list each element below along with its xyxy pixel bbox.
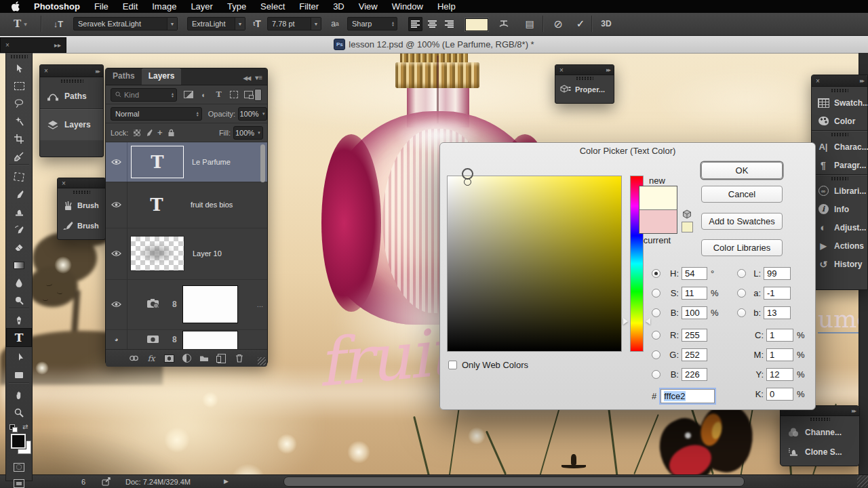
horizontal-scrollbar-thumb[interactable] [283,476,745,487]
brush-tool[interactable] [6,186,32,203]
dock-item-brush[interactable]: Brush [58,195,105,216]
adjustment-layer-button[interactable] [178,354,195,363]
dock-item-paths[interactable]: Paths [40,84,103,108]
hand-tool[interactable] [6,386,32,404]
lock-all-icon[interactable] [165,127,177,138]
shape-tool[interactable] [6,366,32,384]
eraser-tool[interactable] [6,239,32,256]
panel-grip[interactable] [810,418,830,421]
warp-text-button[interactable] [495,16,513,31]
font-size-select[interactable]: 7.78 pt ▼ [267,17,321,30]
commit-edits-button[interactable]: ✓ [572,16,589,31]
blur-tool[interactable] [6,274,32,291]
layer-name[interactable]: Layer 10 [193,249,222,258]
align-left-button[interactable] [408,17,422,31]
gamut-swatch[interactable] [682,222,693,232]
layer-row-le-parfume[interactable]: T Le Parfume [106,142,267,182]
y-input[interactable]: 12 [766,368,793,381]
filter-toggle-switch[interactable] [254,89,262,101]
swap-colors-icon[interactable]: ⇄ [22,423,28,430]
zoom-level-fragment[interactable]: 6 [81,478,85,486]
filter-shape-layers-icon[interactable] [228,89,239,100]
dock-item-brush-2[interactable]: Brush [58,216,105,236]
text-orientation-button[interactable]: ↓T [49,16,68,31]
g-radio[interactable] [652,350,660,359]
filter-type-layers-icon[interactable]: T [213,89,224,100]
menu-item-view[interactable]: View [359,0,378,13]
collapse-panel-icon[interactable]: ▸▸ [606,66,610,73]
pixel-layer-thumbnail[interactable] [130,236,184,271]
ok-button[interactable]: OK [701,162,783,179]
saturation-brightness-field[interactable] [447,176,622,352]
status-proceed-icon[interactable]: ▶ [224,478,229,485]
filter-kind-select[interactable]: Kind ▲▼ [111,88,177,102]
healing-brush-tool[interactable] [6,168,32,186]
path-selection-tool[interactable] [6,348,32,366]
s-radio[interactable] [652,289,660,298]
dock-item-info[interactable]: i Info [812,200,867,218]
c-input[interactable]: 1 [766,329,793,342]
panel-grip[interactable] [73,190,90,194]
lasso-tool[interactable] [6,95,32,113]
visibility-toggle[interactable] [106,182,127,228]
lock-position-icon[interactable]: + [154,127,165,138]
dock-item-libraries[interactable]: ∞ Librari... [812,182,867,200]
menu-item-edit[interactable]: Edit [123,0,138,13]
pen-tool[interactable] [6,312,32,329]
dock-item-properties[interactable]: Proper... [555,81,614,98]
layer-mask-thumbnail[interactable] [182,285,238,323]
b-input[interactable]: 100 [682,306,707,319]
mask-link-icon[interactable]: 8 [172,300,177,309]
filter-adjustment-layers-icon[interactable]: ◐ [198,89,210,100]
panel-menu-icon[interactable]: ▾≡ [250,74,267,85]
layer-style-button[interactable]: fx [142,354,160,363]
move-tool[interactable] [6,60,32,77]
link-layers-button[interactable] [125,355,142,361]
text-layer-thumbnail[interactable]: T [131,146,184,178]
foreground-color-swatch[interactable] [11,434,26,449]
collapse-icons[interactable]: ◀◀ [243,75,250,85]
default-colors-icon[interactable] [9,424,16,431]
collapse-panel-icon[interactable]: ▸▸ [54,41,61,49]
close-icon[interactable]: × [816,77,820,85]
font-style-select[interactable]: ExtraLight ▼ [187,17,245,30]
menu-item-layer[interactable]: Layer [191,0,213,13]
filter-smart-objects-icon[interactable] [243,89,254,100]
h-input[interactable]: 54 [682,267,707,280]
dock-item-character[interactable]: A| Charac... [812,138,867,156]
dock-item-clone-source[interactable]: Clone S... [781,442,859,462]
close-icon[interactable]: × [44,67,48,75]
font-family-select[interactable]: Seravek ExtraLight ▼ [73,17,178,30]
window-resize-grip[interactable] [857,475,868,487]
panel-resize-grip[interactable] [258,357,266,365]
tab-layers[interactable]: Layers [142,68,182,85]
close-icon[interactable]: × [62,180,66,187]
panel-grip[interactable] [831,89,848,92]
r-input[interactable]: 255 [682,329,707,342]
gamut-warning-cube-icon[interactable] [682,209,692,222]
tool-preset-button[interactable]: T ▼ [8,16,33,31]
s-input[interactable]: 11 [682,287,707,300]
blend-mode-select[interactable]: Normal ▲▼ [111,107,202,121]
add-mask-button[interactable] [160,354,178,363]
document-title-bar[interactable]: Ps lesson 12.psd @ 100% (Le Parfume, RGB… [0,35,868,54]
menu-item-3d[interactable]: 3D [333,0,344,13]
visibility-toggle[interactable] [106,279,127,329]
layer-row-fruit-des-bios[interactable]: T fruit des bios [106,182,267,228]
history-brush-tool[interactable] [6,221,32,239]
menu-item-select[interactable]: Select [260,0,285,13]
b-radio[interactable] [652,308,660,317]
close-icon[interactable]: × [5,41,9,49]
toggle-panels-button[interactable]: ▤ [521,16,538,31]
h-radio[interactable] [652,269,660,278]
hue-slider-pointer-left[interactable] [623,318,628,325]
lab-b-input[interactable]: 13 [764,306,791,319]
dock-item-layers[interactable]: Layers [40,108,103,140]
text-layer-thumbnail[interactable]: T [131,188,182,221]
3d-button[interactable]: 3D [597,16,616,31]
dock-item-adjustments[interactable]: ◐ Adjust... [812,218,867,237]
g-input[interactable]: 252 [682,348,707,361]
hex-input[interactable]: fffce2 [660,389,715,403]
a-input[interactable]: -1 [764,287,791,300]
opacity-value[interactable]: 100% ▼ [238,107,267,121]
